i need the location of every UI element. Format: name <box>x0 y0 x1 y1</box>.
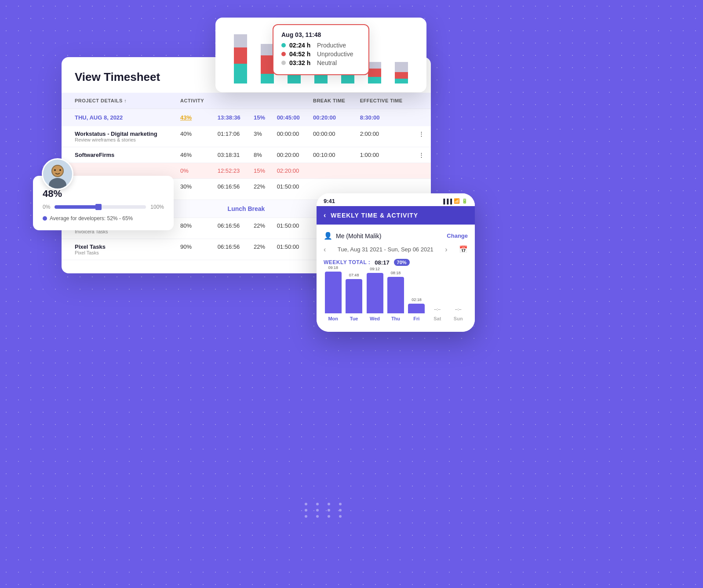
bar-segment <box>395 62 408 72</box>
activity-card: 48% 0% 100% Average for developers: 52% … <box>33 176 174 230</box>
col-break: BREAK TIME <box>309 93 356 109</box>
svg-point-1 <box>49 178 66 189</box>
avatar <box>42 158 73 190</box>
task-1-idle-time: 00:00:00 <box>273 126 309 147</box>
task-1-name: Workstatus - Digital marketing Review wi… <box>62 126 176 147</box>
mobile-bar-col-5: --:--Sat <box>428 307 447 321</box>
date-range: Tue, Aug 31 2021 - Sun, Sep 06 2021 <box>338 246 433 253</box>
user-icon: 👤 <box>324 232 332 240</box>
tooltip-row-productive: 02:24 h Productive <box>281 42 361 49</box>
neutral-time: 03:32 h <box>289 59 313 66</box>
pixel-idle-pct: 22% <box>249 239 273 260</box>
date-time1: 13:38:36 <box>213 109 249 127</box>
bar-segment <box>234 47 247 64</box>
task-1-break: 00:00:00 <box>309 126 356 147</box>
task-h-activity: 0% <box>176 163 213 179</box>
task-2-name: SoftwareFirms <box>62 147 176 163</box>
wifi-icon: 📶 <box>454 198 460 204</box>
mobile-bar-3 <box>387 277 404 313</box>
weekly-total-label: WEEKLY TOTAL : <box>324 259 370 265</box>
bar-segment <box>368 62 381 69</box>
task-1-time1: 01:17:06 <box>213 126 249 147</box>
mobile-bar-col-0: 09:18Mon <box>324 265 342 321</box>
user-info: 👤 Me (Mohit Malik) <box>324 232 381 240</box>
mobile-bar-day-6: Sun <box>454 316 463 321</box>
bar-segment <box>368 77 381 83</box>
svg-point-4 <box>59 169 61 171</box>
change-button[interactable]: Change <box>447 232 468 239</box>
date-effective: 8:30:00 <box>356 109 415 127</box>
misc-time1: 06:16:56 <box>213 179 249 200</box>
mobile-bar-col-1: 07:48Tue <box>344 273 363 321</box>
task-2-break: 00:10:00 <box>309 147 356 163</box>
weekly-total-row: WEEKLY TOTAL : 08:17 70% <box>324 259 468 266</box>
prev-date-button[interactable]: ‹ <box>324 246 326 254</box>
mobile-bar-col-4: 02:18Fri <box>407 298 426 321</box>
task-2-menu[interactable]: ⋮ <box>414 147 431 163</box>
task-1-menu[interactable]: ⋮ <box>414 126 431 147</box>
task-h-idle-pct: 15% <box>249 163 273 179</box>
task-2-idle-pct: 8% <box>249 147 273 163</box>
task-row-1: Workstatus - Digital marketing Review wi… <box>62 126 431 147</box>
svg-point-2 <box>52 166 63 176</box>
chart-bar-group-0 <box>229 34 252 84</box>
status-bar: 9:41 ▐▐▐ 📶 🔋 <box>317 193 475 206</box>
bar-segment <box>395 79 408 83</box>
unproductive-label: Unproductive <box>317 51 353 58</box>
user-name: Me (Mohit Malik) <box>336 232 381 240</box>
task-2-effective: 1:00:00 <box>356 147 415 163</box>
next-date-button[interactable]: › <box>445 246 447 254</box>
avatar-image <box>44 162 71 189</box>
mobile-bar-time-4: 02:18 <box>412 298 422 302</box>
task-h-break <box>309 163 356 179</box>
mobile-bar-2 <box>367 273 383 313</box>
tooltip-row-neutral: 03:32 h Neutral <box>281 59 361 66</box>
date-time2: 15% <box>249 109 273 127</box>
bar-segment <box>234 34 247 47</box>
svg-point-3 <box>54 169 56 171</box>
battery-icon: 🔋 <box>462 198 468 204</box>
mobile-bar-col-3: 08:18Thu <box>386 271 405 321</box>
status-icons: ▐▐▐ 📶 🔋 <box>442 198 468 204</box>
calendar-icon[interactable]: 📅 <box>459 245 468 254</box>
date-nav: ‹ Tue, Aug 31 2021 - Sun, Sep 06 2021 › … <box>324 245 468 254</box>
mobile-bar-time-2: 09:12 <box>370 267 380 271</box>
mobile-card: 9:41 ▐▐▐ 📶 🔋 ‹ WEEKLY TIME & ACTIVITY 👤 … <box>317 193 475 332</box>
activity-percentage: 48% <box>43 188 164 200</box>
mobile-bar-day-5: Sat <box>433 316 441 321</box>
bar-segment <box>314 75 328 83</box>
task-1-effective: 2:00:00 <box>356 126 415 147</box>
weekly-total-value: 08:17 <box>375 259 389 266</box>
mobile-header: ‹ WEEKLY TIME & ACTIVITY <box>317 206 475 225</box>
bar-hundred-label: 100% <box>150 204 164 210</box>
mobile-bar-1 <box>346 279 362 313</box>
productive-label: Productive <box>317 42 346 49</box>
mobile-bar-time-1: 07:48 <box>349 273 359 277</box>
task-h-menu <box>414 163 431 179</box>
bar-segment <box>368 69 381 77</box>
bar-segment <box>261 74 274 84</box>
mobile-bar-day-2: Wed <box>370 316 380 321</box>
col-project: PROJECT DETAILS ↑ <box>62 93 176 109</box>
invoicera-idle-time: 01:50:00 <box>273 218 309 239</box>
task-row-2: SoftwareFirms 46% 03:18:31 8% 00:20:00 0… <box>62 147 431 163</box>
date-activity: 43% <box>176 109 213 127</box>
activity-bar-row: 0% 100% <box>43 204 164 210</box>
progress-fill <box>55 205 98 209</box>
pixel-time1: 06:16:56 <box>213 239 249 260</box>
misc-idle-time: 01:50:00 <box>273 179 309 200</box>
mobile-bar-day-0: Mon <box>328 316 338 321</box>
neutral-label: Neutral <box>317 59 337 66</box>
col-actions <box>414 93 431 109</box>
misc-idle-pct: 22% <box>249 179 273 200</box>
weekly-badge: 70% <box>394 259 410 266</box>
tooltip-popup: Aug 03, 11:48 02:24 h Productive 04:52 h… <box>273 24 369 75</box>
back-arrow-icon[interactable]: ‹ <box>324 211 326 219</box>
user-row: 👤 Me (Mohit Malik) Change <box>324 232 468 240</box>
tooltip-date: Aug 03, 11:48 <box>281 31 361 38</box>
task-h-time1: 12:52:23 <box>213 163 249 179</box>
mobile-bar-day-3: Thu <box>391 316 400 321</box>
invoicera-time1: 06:16:56 <box>213 218 249 239</box>
tooltip-row-unproductive: 04:52 h Unproductive <box>281 51 361 58</box>
pixel-activity: 90% <box>176 239 213 260</box>
